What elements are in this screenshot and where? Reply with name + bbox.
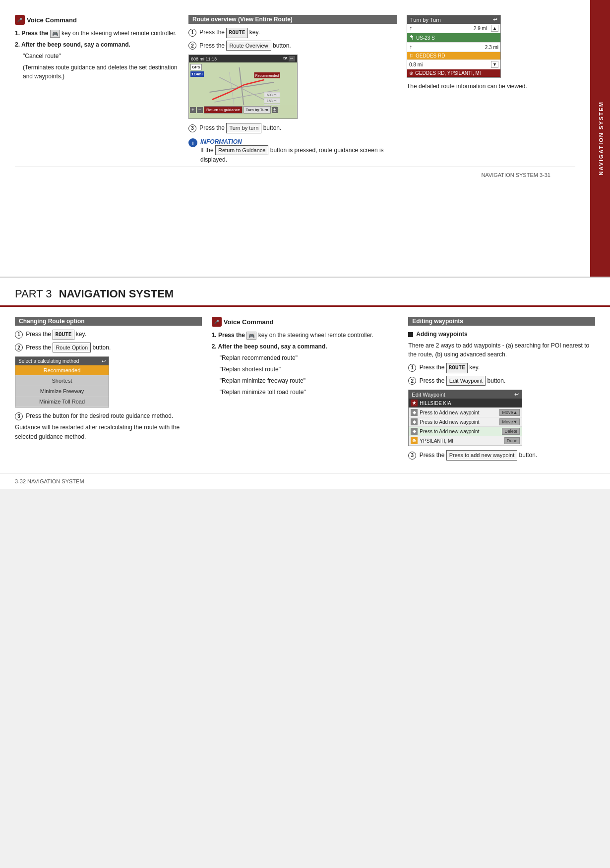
- map-toolbar-info: 608 mi 11:13: [191, 57, 217, 61]
- step-2: 2. After the beep sound, say a command.: [15, 40, 179, 49]
- tbt-arrow-1: ↑: [409, 25, 412, 32]
- info-content: INFORMATION If the Return to Guidance bu…: [200, 138, 397, 167]
- ewp-moveup-btn[interactable]: Move▲: [499, 409, 520, 416]
- tbt-row-4: ⚐ GEDDES RD: [407, 52, 500, 60]
- b-left-step2: 2 Press the Route Option button.: [15, 343, 202, 353]
- recommended-btn[interactable]: Recommended: [15, 365, 109, 376]
- voice-command-label: Voice Command: [27, 16, 77, 24]
- page: 🎤 Voice Command 1. Press the 🎮 key on th…: [0, 0, 610, 489]
- ewp-row-4: ⊛ YPSILANTI, MI Done: [409, 436, 522, 446]
- ewp-dest-icon-0: ★: [411, 400, 418, 406]
- bottom-section: PART 3 NAVIGATION SYSTEM Changing Route …: [0, 278, 610, 489]
- tbt-row-5: 0.8 mi ▼: [407, 60, 500, 69]
- b-right-step3: 3 Press the Press to add new waypoint bu…: [408, 450, 595, 461]
- info-icon: i: [188, 138, 197, 147]
- middle-step3: 3 Press the Turn by turn button.: [188, 123, 397, 133]
- map-route-icon: 🗺: [283, 57, 287, 61]
- voice-cmd-label-bottom: Voice Command: [224, 318, 274, 326]
- bottom-page-footer: 3-32 NAVIGATION SYSTEM: [0, 473, 610, 489]
- tbt-label-2: US-23 S: [416, 35, 435, 41]
- route-key-top: ROUTE: [226, 28, 247, 38]
- route-key-bottom-right: ROUTE: [446, 363, 468, 373]
- adding-waypoints-title: Adding waypoints: [408, 330, 595, 339]
- minimize-freeway-btn[interactable]: Minimize Freeway: [15, 386, 109, 397]
- svg-text:603 mi: 603 mi: [267, 93, 277, 97]
- ewp-header: Edit Waypoint ↩: [409, 390, 522, 399]
- turn-by-turn-btn[interactable]: Turn by Turn: [244, 106, 271, 114]
- minimize-toll-btn[interactable]: Minimize Toll Road: [15, 397, 109, 407]
- b-left-step3: 3 Press the button for the desired route…: [15, 411, 202, 420]
- replan-freeway: "Replan minimize freeway route": [220, 376, 399, 385]
- route-key-bottom-left: ROUTE: [53, 330, 74, 340]
- map-screenshot: 608 mi 11:13 🗺 ↩ GPS 114mi: [188, 55, 298, 119]
- col-middle-top: Route overview (View Entire Route) 1 Pre…: [188, 15, 397, 167]
- ewp-movedown-btn[interactable]: Move▼: [499, 418, 520, 425]
- map-back-btn[interactable]: ↩: [289, 56, 295, 61]
- map-zoom-out[interactable]: −: [197, 107, 203, 113]
- ewp-row-0: ★ HILLSIDE KIA: [409, 399, 522, 408]
- tbt-row-6: ⊛ GEDDES RD, YPSILANTI, MI: [407, 69, 500, 77]
- turn-by-turn-btn-text[interactable]: Turn by turn: [226, 123, 261, 133]
- b-right-step1: 1 Press the ROUTE key.: [408, 363, 595, 373]
- svg-text:🎤: 🎤: [17, 17, 22, 22]
- turn-by-turn-panel: Turn by Turn ↩ ↑ 2.9 mi ▲ ↰ US-23 S: [407, 15, 501, 78]
- ewp-row-2: ◆ Press to Add new waypoint Move▼: [409, 417, 522, 427]
- tbt-label-4: GEDDES RD: [416, 53, 445, 58]
- voice-icon-bottom: 🎤: [212, 317, 222, 327]
- shortest-btn[interactable]: Shortest: [15, 376, 109, 386]
- steering-key-icon-2: 🎮: [246, 332, 256, 340]
- ewp-label-2: Press to Add new waypoint: [420, 419, 497, 425]
- ewp-back-icon: ↩: [514, 391, 519, 398]
- info-title: INFORMATION: [200, 138, 397, 145]
- tbt-panel-header: Turn by Turn ↩: [407, 15, 500, 24]
- map-body: GPS 114mi: [189, 62, 297, 115]
- map-bottom-buttons: + − Return to guidance Turn by Turn ±: [189, 105, 297, 115]
- b-mid-step2: 2. After the beep sound, say a command.: [212, 342, 399, 351]
- route-overview-header: Route overview (View Entire Route): [188, 15, 397, 24]
- calc-header: Select a calculating method ↩: [15, 357, 109, 365]
- return-to-guidance-inline-btn[interactable]: Return to Guidance: [215, 145, 268, 156]
- edit-waypoint-btn[interactable]: Edit Waypoint: [446, 376, 486, 386]
- bottom-content: Changing Route option 1 Press the ROUTE …: [0, 307, 610, 473]
- middle-step1: 1 Press the ROUTE key.: [188, 28, 397, 38]
- map-zoom-extra[interactable]: ±: [272, 107, 278, 113]
- route-overview-btn[interactable]: Route Overview: [226, 41, 271, 51]
- voice-steps-top: 1. Press the 🎮 key on the steering wheel…: [15, 29, 179, 81]
- tbt-arrow-3: ↑: [409, 44, 412, 51]
- changing-route-header: Changing Route option: [15, 317, 202, 326]
- calc-back-icon: ↩: [102, 358, 106, 364]
- tbt-scroll-up[interactable]: ▲: [491, 25, 498, 32]
- tbt-row-1: ↑ 2.9 mi ▲: [407, 24, 500, 33]
- ewp-label-3: Press to Add new waypoint: [420, 429, 500, 434]
- ewp-label-0: HILLSIDE KIA: [420, 401, 520, 406]
- ewp-delete-btn[interactable]: Delete: [502, 428, 520, 435]
- replan-recommended: "Replan recommended route": [220, 353, 399, 362]
- svg-text:🎤: 🎤: [214, 319, 219, 324]
- tbt-dist-5: 0.8 mi: [409, 62, 423, 67]
- b-left-step3-cont: Guidance will be restarted after recalcu…: [15, 423, 202, 442]
- svg-text:153 mi: 153 mi: [267, 99, 277, 103]
- replan-toll: "Replan minimize toll road route": [220, 388, 399, 397]
- tbt-dist-3: 2.3 mi: [485, 45, 498, 50]
- replan-shortest: "Replan shortest route": [220, 365, 399, 374]
- ewp-done-btn[interactable]: Done: [504, 437, 520, 444]
- steering-key-icon: 🎮: [50, 30, 60, 38]
- top-page-footer: NAVIGATION SYSTEM 3-31: [15, 167, 575, 183]
- top-section: 🎤 Voice Command 1. Press the 🎮 key on th…: [0, 0, 610, 278]
- black-square-icon: [408, 332, 413, 337]
- return-to-guidance-btn[interactable]: Return to guidance: [204, 106, 243, 114]
- map-toolbar: 608 mi 11:13 🗺 ↩: [189, 55, 297, 62]
- tbt-scroll-down[interactable]: ▼: [491, 61, 498, 68]
- b-right-step2: 2 Press the Edit Waypoint button.: [408, 376, 595, 386]
- press-add-waypoint-btn[interactable]: Press to add new waypoint: [446, 450, 517, 461]
- ewp-row-1: ◆ Press to Add new waypoint Move▲: [409, 408, 522, 417]
- ewp-wp-icon-1: ◆: [411, 409, 418, 416]
- b-col-middle: 🎤 Voice Command 1. Press the 🎮 key on th…: [212, 317, 399, 463]
- route-option-btn[interactable]: Route Option: [53, 343, 91, 353]
- part-header: PART 3 NAVIGATION SYSTEM: [0, 278, 610, 307]
- map-zoom-in[interactable]: +: [190, 107, 196, 113]
- tbt-label-6: GEDDES RD, YPSILANTI, MI: [415, 70, 481, 76]
- right-note: The detailed route information can be vi…: [407, 82, 570, 91]
- sidebar-tab: NAVIGATION SYSTEM: [592, 0, 610, 277]
- ewp-dest-icon-4: ⊛: [411, 437, 418, 444]
